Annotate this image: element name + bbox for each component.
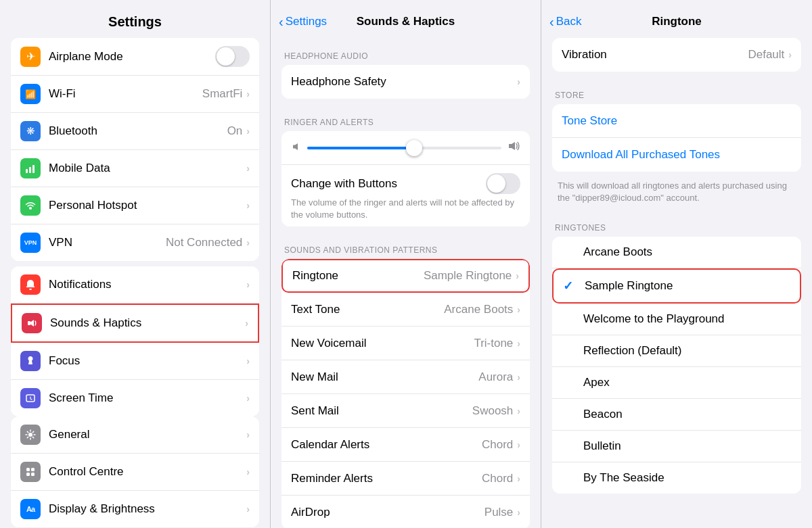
- displaybrightness-label: Display & Brightness: [49, 502, 246, 516]
- ringer-slider-item: [281, 131, 530, 165]
- airplane-label: Airplane Mode: [49, 50, 215, 64]
- soundshaptics-label: Sounds & Haptics: [50, 316, 245, 330]
- notifications-icon: [20, 274, 41, 295]
- ringtone-label: Ringtone: [292, 269, 424, 283]
- changewithbuttons-row: Change with Buttons: [291, 173, 520, 194]
- ringtones-section-label: RINGTONES: [552, 210, 801, 237]
- airplane-mode-item[interactable]: ✈ Airplane Mode: [11, 38, 259, 76]
- newmail-label: New Mail: [291, 370, 478, 384]
- headphonesafety-item[interactable]: Headphone Safety ›: [281, 65, 530, 99]
- arcaneboots-name: Arcane Boots: [583, 245, 792, 259]
- ringtone-item[interactable]: Ringtone Sample Ringtone ›: [281, 259, 530, 293]
- vpn-item[interactable]: VPN VPN Not Connected ›: [11, 224, 259, 261]
- newvoicemail-item[interactable]: New Voicemail Tri-tone ›: [281, 327, 530, 360]
- ringtone-bulletin[interactable]: Bulletin: [552, 431, 801, 462]
- mobiledata-label: Mobile Data: [49, 162, 246, 175]
- airdrop-item[interactable]: AirDrop Pulse ›: [281, 496, 530, 528]
- controlcentre-item[interactable]: Control Centre ›: [11, 454, 259, 491]
- texttone-value: Arcane Boots: [444, 303, 513, 316]
- middle-column: ‹ Settings Sounds & Haptics HEADPHONE AU…: [271, 0, 541, 528]
- ringer-section-label: RINGER AND ALERTS: [281, 104, 530, 131]
- ringtone-chevron: ›: [516, 270, 519, 281]
- tonestore-item[interactable]: Tone Store: [552, 104, 801, 138]
- airplane-icon: ✈: [20, 47, 41, 67]
- soundshaptics-item[interactable]: Sounds & Haptics ›: [11, 304, 259, 343]
- right-title: Ringtone: [652, 15, 702, 28]
- ringtone-reflection[interactable]: Reflection (Default): [552, 335, 801, 367]
- store-group: Tone Store Download All Purchased Tones: [552, 104, 801, 172]
- ringer-slider-row[interactable]: [291, 139, 520, 156]
- newmail-value: Aurora: [478, 370, 513, 384]
- ringer-slider-track[interactable]: [307, 147, 501, 149]
- notifications-item[interactable]: Notifications ›: [11, 266, 259, 304]
- headphonesafety-chevron: ›: [517, 76, 520, 87]
- displaybrightness-item[interactable]: Aa Display & Brightness ›: [11, 491, 259, 527]
- screentime-item[interactable]: Screen Time ›: [11, 380, 259, 416]
- volume-high-icon: [507, 139, 520, 156]
- right-scroll: Vibration Default › STORE Tone Store Dow…: [541, 38, 812, 528]
- screentime-icon: [20, 388, 41, 408]
- vpn-value: Not Connected: [166, 236, 242, 249]
- alerts-group: Notifications › Sounds & Haptics ›: [11, 266, 259, 416]
- sentmail-label: Sent Mail: [291, 404, 472, 418]
- downloadtones-item[interactable]: Download All Purchased Tones: [552, 138, 801, 172]
- ringtone-bytheseaside[interactable]: By The Seaside: [552, 462, 801, 494]
- notifications-label: Notifications: [49, 278, 246, 291]
- right-back-chevron: ‹: [549, 14, 554, 30]
- store-section-label: STORE: [552, 77, 801, 104]
- right-back-label: Back: [556, 15, 582, 28]
- reminderalerts-item[interactable]: Reminder Alerts Chord ›: [281, 462, 530, 496]
- bulletin-name: Bulletin: [583, 439, 792, 453]
- calendaralerts-item[interactable]: Calendar Alerts Chord ›: [281, 428, 530, 462]
- general-group: General › Control Centre › Aa: [11, 416, 259, 527]
- sentmail-chevron: ›: [517, 406, 520, 416]
- changewithbuttons-toggle[interactable]: [486, 173, 520, 194]
- svg-point-6: [28, 433, 32, 437]
- vibration-chevron: ›: [788, 49, 792, 60]
- controlcentre-icon: [20, 462, 41, 482]
- mobiledata-item[interactable]: Mobile Data ›: [11, 150, 259, 187]
- hotspot-item[interactable]: Personal Hotspot ›: [11, 187, 259, 224]
- ringer-slider-thumb[interactable]: [406, 140, 422, 156]
- ringtone-sampleringtone[interactable]: ✓ Sample Ringtone: [552, 268, 801, 304]
- sounds-patterns-group: Ringtone Sample Ringtone › Text Tone Arc…: [281, 259, 530, 528]
- ringtone-arcaneboots[interactable]: Arcane Boots: [552, 237, 801, 268]
- hotspot-icon: [20, 195, 41, 216]
- svg-rect-10: [31, 473, 35, 476]
- store-info-text: This will download all ringtones and ale…: [552, 177, 801, 210]
- bluetooth-icon: ❋: [20, 121, 41, 141]
- wifi-item[interactable]: 📶 Wi-Fi SmartFi ›: [11, 76, 259, 113]
- middle-title: Sounds & Haptics: [357, 15, 455, 28]
- svg-rect-8: [31, 468, 35, 471]
- ringtone-apex[interactable]: Apex: [552, 367, 801, 399]
- left-scroll: ✈ Airplane Mode 📶 Wi-Fi SmartFi › ❋ Blue…: [0, 38, 270, 528]
- mobiledata-icon: [20, 158, 41, 178]
- downloadtones-label: Download All Purchased Tones: [562, 148, 720, 162]
- hotspot-chevron: ›: [246, 200, 250, 211]
- changewithbuttons-item[interactable]: Change with Buttons The volume of the ri…: [281, 165, 530, 226]
- bluetooth-item[interactable]: ❋ Bluetooth On ›: [11, 113, 259, 150]
- sentmail-item[interactable]: Sent Mail Swoosh ›: [281, 394, 530, 428]
- vibration-item[interactable]: Vibration Default ›: [552, 38, 801, 72]
- volume-low-icon: [291, 141, 302, 154]
- display-icon: Aa: [20, 499, 41, 519]
- airdrop-label: AirDrop: [291, 506, 484, 519]
- left-title: Settings: [108, 14, 162, 30]
- general-item[interactable]: General ›: [11, 416, 259, 454]
- ringtone-welcomeplayground[interactable]: Welcome to the Playground: [552, 304, 801, 335]
- bluetooth-chevron: ›: [246, 126, 250, 137]
- wifi-chevron: ›: [246, 89, 250, 99]
- texttone-item[interactable]: Text Tone Arcane Boots ›: [281, 293, 530, 327]
- focus-item[interactable]: Focus ›: [11, 343, 259, 380]
- sentmail-value: Swoosh: [472, 404, 513, 418]
- middle-back-btn[interactable]: ‹ Settings: [279, 14, 327, 30]
- ringtone-beacon[interactable]: Beacon: [552, 399, 801, 431]
- newmail-item[interactable]: New Mail Aurora ›: [281, 360, 530, 394]
- reminderalerts-chevron: ›: [517, 473, 520, 484]
- newmail-chevron: ›: [517, 372, 520, 383]
- airplane-toggle[interactable]: [215, 46, 250, 67]
- vibration-label: Vibration: [562, 48, 748, 62]
- right-back-btn[interactable]: ‹ Back: [549, 14, 581, 30]
- general-label: General: [49, 428, 246, 441]
- left-header: Settings: [0, 0, 270, 38]
